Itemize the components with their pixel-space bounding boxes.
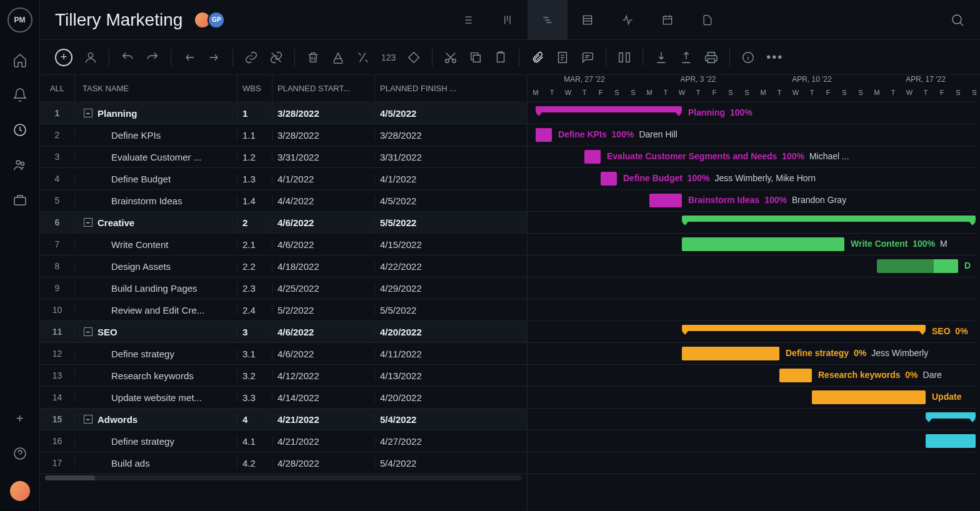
milestone-icon[interactable] [407,51,421,64]
team-icon[interactable] [12,157,28,172]
user-avatar[interactable] [10,481,30,501]
gantt-bar[interactable] [926,434,976,448]
gantt-row[interactable] [528,452,978,474]
unlink-icon[interactable] [269,51,283,64]
gantt-bar[interactable] [926,412,976,419]
attachment-icon[interactable] [531,51,544,64]
gantt-row[interactable]: Define KPIs 100%Daren Hill [528,124,978,146]
table-row[interactable]: 12Define strategy3.14/6/20224/11/2022 [40,343,527,365]
table-row[interactable]: 16Define strategy4.14/21/20224/27/2022 [40,430,527,452]
table-row[interactable]: 7Write Content2.14/6/20224/15/2022 [40,234,527,255]
table-row[interactable]: 2Define KPIs1.13/28/20223/28/2022 [40,124,527,146]
table-row[interactable]: 14Update website met...3.34/14/20224/20/… [40,387,527,409]
text-style-icon[interactable] [331,51,345,64]
gantt-row[interactable] [528,277,978,299]
outdent-icon[interactable] [182,51,196,64]
more-menu[interactable]: ••• [766,50,783,64]
gantt-row[interactable]: Define strategy 0%Jess Wimberly [528,343,978,365]
col-wbs[interactable]: WBS [238,75,272,102]
delete-icon[interactable] [306,51,320,64]
indent-icon[interactable] [208,51,221,64]
gantt-chart[interactable]: MAR, 27 '22APR, 3 '22APR, 10 '22APR, 17 … [528,75,980,511]
view-sheet[interactable] [568,0,608,40]
task-name-cell[interactable]: Evaluate Customer ... [75,152,238,162]
gantt-row[interactable] [528,299,978,321]
gantt-bar[interactable] [682,347,779,360]
task-name-cell[interactable]: Define KPIs [75,130,238,141]
view-files[interactable] [688,0,728,40]
table-row[interactable]: 17Build ads4.24/28/20225/4/2022 [40,452,527,474]
gantt-bar[interactable] [877,259,958,273]
task-name-cell[interactable]: −SEO [75,327,238,337]
gantt-row[interactable]: Brainstorm Ideas 100%Brandon Gray [528,190,978,212]
task-name-cell[interactable]: Design Assets [75,261,238,272]
gantt-row[interactable]: Update [528,387,978,409]
app-logo[interactable]: PM [8,7,32,32]
task-name-cell[interactable]: −Planning [75,108,238,119]
task-name-cell[interactable]: Define strategy [75,349,238,359]
gantt-row[interactable]: Write Content 100%M [528,234,978,255]
gantt-row[interactable]: D [528,255,978,277]
collapse-icon[interactable]: − [84,415,92,424]
project-members[interactable]: GP [198,11,225,29]
task-name-cell[interactable]: Define strategy [75,436,238,447]
add-button[interactable]: + [16,412,24,426]
number-label[interactable]: 123 [381,52,396,62]
table-row[interactable]: 3Evaluate Customer ...1.23/31/20223/31/2… [40,146,527,168]
import-icon[interactable] [654,51,668,64]
task-name-cell[interactable]: Brainstorm Ideas [75,196,238,206]
view-gantt[interactable] [528,0,568,40]
info-icon[interactable] [741,51,755,64]
task-name-cell[interactable]: Research keywords [75,370,238,381]
gantt-row[interactable] [528,409,978,430]
task-name-cell[interactable]: Define Budget [75,174,238,184]
cut-icon[interactable] [444,51,458,64]
view-list[interactable] [448,0,488,40]
gantt-bar[interactable] [779,369,812,382]
bell-icon[interactable] [12,87,28,102]
col-planned-start[interactable]: PLANNED START... [272,75,375,102]
member-avatar-2[interactable]: GP [208,11,225,29]
recent-icon[interactable] [12,122,28,137]
table-row[interactable]: 15−Adwords44/21/20225/4/2022 [40,409,527,430]
gantt-row[interactable]: Evaluate Customer Segments and Needs 100… [528,146,978,168]
gantt-bar[interactable] [536,106,682,112]
clear-format-icon[interactable] [356,51,370,64]
task-name-cell[interactable]: Review and Edit Cre... [75,305,238,315]
comments-icon[interactable] [581,51,594,64]
table-row[interactable]: 4Define Budget1.34/1/20224/1/2022 [40,168,527,190]
collapse-icon[interactable]: − [84,218,92,227]
link-icon[interactable] [244,51,258,64]
table-row[interactable]: 9Build Landing Pages2.34/25/20224/29/202… [40,277,527,299]
view-board[interactable] [488,0,528,40]
table-row[interactable]: 11−SEO34/6/20224/20/2022 [40,321,527,343]
grid-h-scrollbar[interactable] [40,475,527,483]
gantt-bar[interactable] [682,216,976,222]
table-row[interactable]: 10Review and Edit Cre...2.45/2/20225/5/2… [40,299,527,321]
undo-icon[interactable] [121,51,134,64]
table-row[interactable]: 6−Creative24/6/20225/5/2022 [40,212,527,234]
redo-icon[interactable] [146,51,159,64]
gantt-row[interactable]: Planning 100% [528,102,978,124]
task-name-cell[interactable]: Build ads [75,458,238,469]
task-name-cell[interactable]: Build Landing Pages [75,283,238,294]
collapse-icon[interactable]: − [84,327,92,336]
notes-icon[interactable] [556,51,569,64]
gantt-bar[interactable] [536,128,552,142]
col-task-name[interactable]: TASK NAME [75,75,238,102]
table-row[interactable]: 5Brainstorm Ideas1.44/4/20224/5/2022 [40,190,527,212]
gantt-bar[interactable] [812,390,926,404]
add-task-button[interactable]: + [55,49,72,66]
col-planned-finish[interactable]: PLANNED FINISH ... [375,75,478,102]
briefcase-icon[interactable] [12,192,28,207]
task-name-cell[interactable]: Update website met... [75,392,238,403]
paste-icon[interactable] [494,51,508,64]
columns-icon[interactable] [618,51,631,64]
task-name-cell[interactable]: −Adwords [75,414,238,425]
view-activity[interactable] [608,0,648,40]
export-icon[interactable] [679,51,693,64]
gantt-bar[interactable] [601,172,617,186]
gantt-row[interactable] [528,212,978,234]
table-row[interactable]: 8Design Assets2.24/18/20224/22/2022 [40,255,527,277]
task-name-cell[interactable]: Write Content [75,239,238,250]
